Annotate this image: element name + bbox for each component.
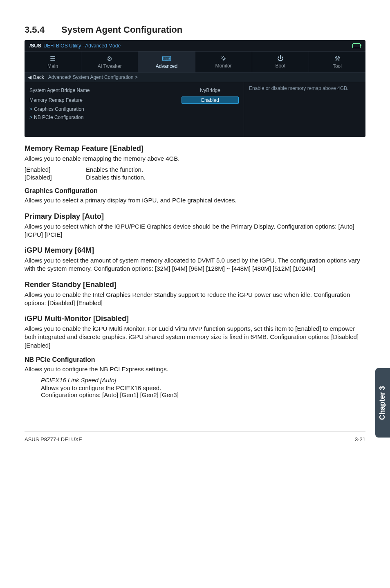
tab-label: Ai Tweaker [98, 63, 122, 69]
tab-label: Monitor [215, 63, 232, 69]
power-icon: ⏻ [252, 55, 309, 62]
bios-help-text: Enable or disable memory remap above 4GB… [249, 85, 361, 91]
tab-boot[interactable]: ⏻Boot [252, 52, 309, 72]
tool-icon: ⚒ [309, 55, 365, 63]
tab-label: Advanced [156, 63, 177, 69]
chapter-side-tab: Chapter 3 [375, 368, 390, 438]
option-value: Disables this function. [86, 174, 146, 181]
desc-graphics-config: Allows you to select a primary display f… [25, 196, 365, 204]
tab-label: Main [47, 63, 58, 69]
setting-key: System Agent Bridge Name [29, 88, 182, 93]
bios-tabs: ☰Main ⚙Ai Tweaker ⌨Advanced ⛭Monitor ⏻Bo… [25, 52, 365, 72]
bios-title: UEFI BIOS Utility - Advanced Mode [43, 43, 121, 49]
option-row: [Disabled]Disables this function. [25, 174, 365, 181]
option-value: Enables the function. [86, 166, 143, 173]
setting-value: IvyBridge [182, 87, 239, 94]
link-label: NB PCIe Configuration [34, 114, 83, 120]
back-label: Back [33, 74, 44, 80]
option-key: [Disabled] [25, 174, 86, 181]
sub-desc-line2: Configuration options: [Auto] [Gen1] [Ge… [41, 391, 365, 398]
row-bridge-name: System Agent Bridge NameIvyBridge [29, 85, 239, 95]
monitor-icon: ⛭ [195, 55, 252, 62]
desc-igpu-multimonitor: Allows you to enable the iGPU Multi-Moni… [25, 325, 365, 350]
subheading-pciex16: PCIEX16 Link Speed [Auto] [41, 377, 365, 384]
battery-icon [352, 43, 361, 48]
ai-tweaker-icon: ⚙ [81, 55, 138, 63]
heading-nb-pcie: NB PCIe Configuration [25, 356, 365, 364]
chapter-label: Chapter 3 [379, 386, 387, 420]
back-arrow-icon: ◀ [28, 74, 31, 80]
tab-main[interactable]: ☰Main [25, 52, 81, 72]
bios-settings-pane: System Agent Bridge NameIvyBridge Memory… [25, 82, 244, 137]
tab-tool[interactable]: ⚒Tool [309, 52, 365, 72]
link-label: Graphics Configuration [34, 106, 84, 112]
back-button[interactable]: ◀Back [28, 74, 44, 80]
section-heading: 3.5.4System Agent Configuration [25, 25, 365, 35]
page-footer: ASUS P8Z77-I DELUXE 3-21 [0, 431, 390, 455]
tab-monitor[interactable]: ⛭Monitor [195, 52, 252, 72]
footer-left: ASUS P8Z77-I DELUXE [25, 436, 82, 442]
heading-primary-display: Primary Display [Auto] [25, 212, 365, 221]
bios-screenshot: /SUS UEFI BIOS Utility - Advanced Mode ☰… [25, 40, 365, 137]
sub-desc-line1: Allows you to configure the PCIEX16 spee… [41, 384, 365, 391]
row-memory-remap[interactable]: Memory Remap FeatureEnabled [29, 95, 239, 105]
desc-memory-remap: Allows you to enable remapping the memor… [25, 155, 365, 163]
tab-label: Boot [275, 63, 285, 69]
footer-right: 3-21 [355, 436, 365, 442]
bios-logo: /SUS [29, 43, 41, 49]
option-key: [Enabled] [25, 166, 86, 173]
breadcrumb: Advanced\ System Agent Configuration > [48, 74, 138, 80]
desc-primary-display: Allows you to select which of the iGPU/P… [25, 222, 365, 239]
setting-value: Enabled [182, 97, 239, 104]
bios-titlebar: /SUS UEFI BIOS Utility - Advanced Mode [25, 40, 365, 52]
caret-right-icon: > [29, 114, 32, 120]
link-graphics-config[interactable]: >Graphics Configuration [29, 105, 239, 113]
section-title: System Agent Configuration [61, 25, 182, 35]
desc-nb-pcie: Allows you to configure the NB PCI Expre… [25, 365, 365, 373]
desc-igpu-memory: Allows you to select the amount of syste… [25, 256, 365, 273]
heading-graphics-config: Graphics Configuration [25, 187, 365, 195]
link-nb-pcie-config[interactable]: >NB PCIe Configuration [29, 113, 239, 121]
chip-icon: ⌨ [138, 55, 195, 63]
tab-ai-tweaker[interactable]: ⚙Ai Tweaker [81, 52, 138, 72]
heading-render-standby: Render Standby [Enabled] [25, 281, 365, 289]
section-number: 3.5.4 [25, 25, 61, 35]
setting-key: Memory Remap Feature [29, 97, 182, 103]
caret-right-icon: > [29, 106, 32, 112]
heading-memory-remap: Memory Remap Feature [Enabled] [25, 144, 365, 153]
heading-igpu-memory: iGPU Memory [64M] [25, 246, 365, 255]
heading-igpu-multimonitor: iGPU Multi-Monitor [Disabled] [25, 314, 365, 323]
tab-advanced[interactable]: ⌨Advanced [138, 52, 195, 72]
desc-render-standby: Allows you to enable the Intel Graphics … [25, 291, 365, 307]
list-icon: ☰ [25, 55, 81, 63]
tab-label: Tool [333, 63, 342, 69]
bios-breadcrumb-bar: ◀Back Advanced\ System Agent Configurati… [25, 72, 365, 82]
option-row: [Enabled]Enables the function. [25, 166, 365, 173]
bios-help-pane: Enable or disable memory remap above 4GB… [244, 82, 365, 137]
